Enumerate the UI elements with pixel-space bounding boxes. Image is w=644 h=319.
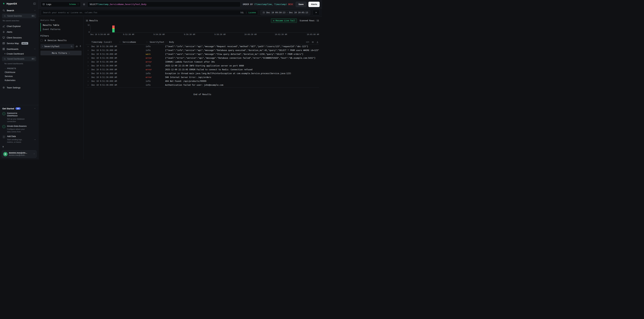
search-icon (4, 15, 6, 17)
histogram-bar[interactable] (112, 25, 114, 32)
denoise-checkbox[interactable] (40, 39, 42, 41)
sidebar-item-dashboards[interactable]: Dashboards (0, 46, 38, 52)
chevron-up-icon[interactable] (34, 48, 36, 50)
row-expand-icon[interactable]: › (86, 80, 92, 82)
chevron-up-icon[interactable] (34, 9, 36, 11)
sql-mode-toggle[interactable]: SQL (240, 11, 244, 14)
sidebar-item-label: Dashboards (7, 48, 18, 50)
monitor-icon (2, 36, 5, 39)
row-expand-icon[interactable]: › (86, 60, 92, 63)
facet-severitytext[interactable]: › SeverityText (40, 44, 74, 49)
row-expand-icon[interactable]: › (86, 57, 92, 59)
selector-icon (77, 3, 79, 6)
resume-live-tail-button[interactable]: Resume Live Tail (271, 18, 297, 23)
order-by-clause[interactable]: ORDER BY (TimestampTime, Timestamp) DESC (242, 3, 294, 5)
row-timestamp: Dec 10 9:51:30.000 AM (92, 64, 119, 67)
lucene-mode-toggle[interactable]: Lucene (248, 11, 256, 14)
step-description: Configure where your data comes from (7, 128, 27, 133)
more-filters-button[interactable]: More filters (40, 51, 82, 55)
bar-segment-info (112, 29, 114, 32)
save-button[interactable]: Save (296, 2, 306, 7)
filters-heading: Filters (40, 35, 82, 37)
preset-item-services[interactable]: Services (0, 74, 38, 78)
row-expand-icon[interactable]: › (86, 53, 92, 55)
row-timestamp: Dec 10 9:51:30.000 AM (92, 53, 119, 55)
sidebar-item-alerts[interactable]: Alerts (0, 29, 38, 35)
get-started-title: Get Started (2, 107, 14, 110)
denoise-icon (44, 39, 46, 42)
sidebar-item-chart-explorer[interactable]: Chart Explorer (0, 23, 38, 29)
mode-results-table[interactable]: Results Table (41, 23, 82, 27)
sidebar-item-team-settings[interactable]: Team Settings (0, 85, 38, 90)
saved-searches-input[interactable]: Saved Searches ⌘K (2, 13, 36, 18)
table-row[interactable]: ›Dec 10 9:51:30.000 AMinfo404 Not Found:… (86, 79, 319, 83)
saved-dashboards-input[interactable]: Saved Dashboards ⌘K (2, 56, 36, 61)
get-started-step-1[interactable]: Connect to ClickHouse Set up your databa… (0, 111, 38, 124)
chevron-down-icon (4, 68, 6, 69)
sidebar-item-service-map[interactable]: Service Map BETA (0, 40, 38, 46)
get-started-header[interactable]: Get Started 2/3 (0, 105, 38, 111)
create-dashboard-button[interactable]: + Create Dashboard (0, 52, 38, 56)
row-expand-icon[interactable]: › (86, 64, 92, 67)
table-row[interactable]: ›Dec 10 9:51:30.000 AMinfo{"level":"info… (86, 48, 319, 52)
table-row[interactable]: ›Dec 10 9:51:30.000 AMinfoAuthentication… (86, 83, 319, 87)
row-expand-icon[interactable]: › (86, 84, 92, 86)
source-select[interactable]: Logs Schema (41, 2, 81, 7)
sidebar-item-label: Team Settings (7, 86, 20, 89)
x-axis-tick: 9:58:30 AM (214, 33, 226, 35)
get-started-step-3[interactable]: 3 Add Data Start sending logs, metrics, … (0, 135, 38, 145)
preset-item-clickhouse[interactable]: ClickHouse (0, 70, 38, 74)
row-timestamp: Dec 10 9:51:30.000 AM (92, 72, 119, 75)
column-header-body[interactable]: ⋮⋮Body (165, 41, 319, 43)
denoise-results-option[interactable]: Denoise Results (40, 39, 82, 42)
source-settings-button[interactable] (83, 3, 86, 6)
table-row[interactable]: ›Dec 10 9:51:30.000 AMinfo{"level":"info… (86, 44, 319, 48)
user-menu[interactable]: D dominic.tran@clic... dominic.tran@clic… (2, 150, 36, 158)
sidebar-item-client-sessions[interactable]: Client Sessions (0, 35, 38, 40)
search-input[interactable] (43, 11, 238, 14)
download-icon[interactable] (316, 41, 319, 43)
mode-event-patterns[interactable]: Event Patterns (41, 27, 82, 31)
row-expand-icon[interactable]: › (86, 68, 92, 71)
table-row[interactable]: ›Dec 10 9:51:30.000 AMerror[ERROR] Lambd… (86, 60, 319, 64)
row-density-icon[interactable] (312, 41, 314, 43)
run-query-button[interactable] (312, 10, 320, 15)
collapse-sidebar-icon[interactable] (33, 2, 36, 5)
row-expand-icon[interactable]: › (86, 76, 92, 78)
get-started-step-2[interactable]: Create Data Sources Configure where your… (0, 124, 38, 135)
time-range-value: Dec 10 09:50:13 - Dec 10 10:05:13 (266, 11, 308, 14)
alerts-button[interactable]: Alerts (308, 2, 320, 7)
drag-handle-icon[interactable]: ⋮⋮ (119, 41, 121, 43)
drag-handle-icon[interactable]: ⋮⋮ (146, 41, 148, 43)
table-row[interactable]: ›Dec 10 9:51:30.000 AMinfoException in t… (86, 71, 319, 75)
presets-toggle[interactable]: PRESETS (0, 66, 38, 70)
facet-search-icon[interactable] (70, 45, 73, 47)
code-view-icon[interactable]: </> (306, 41, 309, 43)
facet-chart-icon[interactable] (76, 45, 78, 47)
table-row[interactable]: ›Dec 10 9:51:30.000 AMwarn{"level":"warn… (86, 52, 319, 56)
drag-handle-icon[interactable]: ⋮⋮ (165, 41, 168, 43)
row-expand-icon[interactable]: › (86, 49, 92, 51)
row-expand-icon[interactable]: › (86, 45, 92, 48)
chevron-right-icon[interactable]: › (42, 45, 43, 47)
row-severity: error (146, 61, 165, 63)
preset-item-kubernetes[interactable]: Kubernetes (0, 78, 38, 82)
table-row[interactable]: ›Dec 10 9:51:30.000 AMerror{"level":"err… (86, 56, 319, 60)
column-header-servicename[interactable]: ⋮⋮ServiceName (119, 41, 146, 43)
table-row[interactable]: ›Dec 10 9:51:30.000 AMinfo2025-12-09 22:… (86, 64, 319, 68)
sql-select-input[interactable]: SELECT Timestamp,ServiceName,SeverityTex… (88, 2, 240, 7)
column-header-timestamp[interactable]: Timestamp (Local) (92, 41, 119, 43)
y-axis-tick: 12 (86, 24, 90, 26)
row-expand-icon[interactable]: › (86, 72, 92, 75)
table-row[interactable]: ›Dec 10 9:51:30.000 AMerror500 Internal … (86, 75, 319, 79)
analysis-panel: Analysis Mode Results Table Event Patter… (38, 16, 84, 159)
sidebar-item-search[interactable]: Search (0, 7, 38, 13)
table-row[interactable]: ›Dec 10 9:51:30.000 AMerror2025-12-09 22… (86, 68, 319, 71)
time-range-picker[interactable]: Dec 10 09:50:13 - Dec 10 10:05:13 (260, 10, 310, 15)
help-button[interactable]: ? (0, 145, 38, 150)
step-title: Connect to ClickHouse (7, 112, 27, 117)
event-search-box[interactable]: SQL | Lucene (41, 10, 258, 15)
pin-icon[interactable] (79, 45, 82, 47)
column-header-severitytext[interactable]: ⋮⋮SeverityText (146, 41, 165, 43)
chevron-up-icon[interactable] (34, 107, 36, 109)
